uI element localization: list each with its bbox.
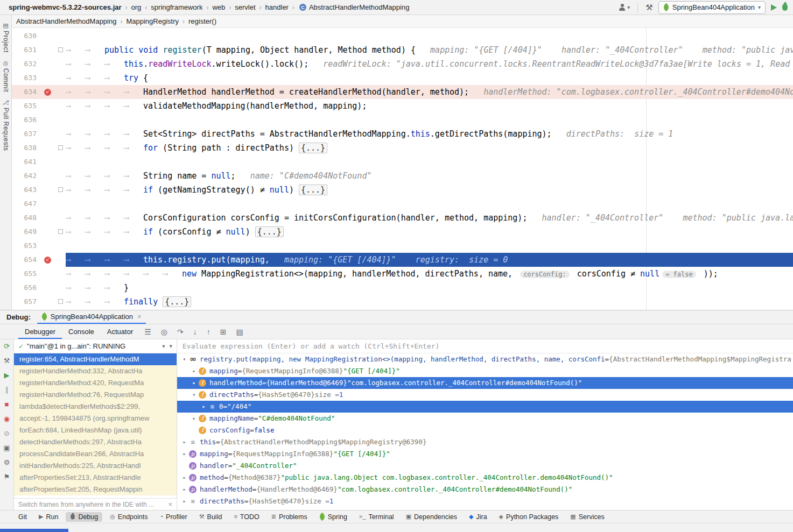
line-number[interactable]: 634 [14,85,37,99]
breadcrumb-item[interactable]: AbstractHandlerMethodMapping [16,17,116,25]
stop-button[interactable]: ■ [5,401,9,408]
stack-frame[interactable]: register:654, AbstractHandlerMethodM [14,353,177,365]
breadcrumb-item[interactable]: AbstractHandlerMethodMapping [309,3,409,11]
variable-row[interactable]: ▸fmapping = {RequestMappingInfo@6388} "{… [177,365,793,377]
code-text[interactable] [66,239,793,253]
code-text[interactable]: ⟶⟶⟶⟶if (corsConfig ≠ null) {...} [66,225,793,239]
line-number[interactable]: 654 [14,253,37,267]
rerun-button[interactable]: ⟳ [4,343,10,350]
toolwindow-button-jira[interactable]: ◆Jira [465,512,492,522]
line-number[interactable]: 636 [14,113,37,127]
pause-button[interactable]: ∥ [5,386,9,394]
code-text[interactable]: ⟶⟶⟶⟶⟶⟶new MappingRegistration<>(mapping,… [66,267,793,281]
variable-row[interactable]: ▸fmappingName = "C#demo404NotFound" [177,413,793,424]
code-text[interactable]: ⟶⟶⟶⟶this.registry.put(mapping, mapping: … [66,253,793,267]
breadcrumb-item[interactable]: org [131,3,142,11]
breakpoint-icon[interactable]: ✓ [44,257,51,264]
thread-selector[interactable]: ✓ "main"@1 in g...ain": RUNNING ▼ ▾ [14,339,177,353]
tab-debugger[interactable]: Debugger [18,324,62,339]
show-execution-point-icon[interactable]: ◎ [156,328,172,336]
stack-frame[interactable]: lambda$detectHandlerMethods$2:299, [14,401,177,413]
layout-settings-icon[interactable]: ☰ [139,328,156,336]
line-number[interactable]: 642 [14,169,37,183]
console-layout-icon[interactable]: ▤ [231,328,248,336]
code-text[interactable]: ⟶⟶⟶⟶String name = null; name: "C#demo404… [66,169,793,183]
tab-console[interactable]: Console [62,324,101,339]
line-number[interactable]: 631 [14,43,37,57]
toolwindow-button-dependencies[interactable]: ▣Dependencies [402,512,461,522]
variable-row[interactable]: ▸pmethod = {Method@6387} "public java.la… [177,472,793,484]
mute-breakpoints-button[interactable]: ⊘ [4,430,10,437]
toolwindow-button-terminal[interactable]: >_Terminal [355,512,398,522]
expand-icon[interactable]: ▸ [180,448,188,460]
code-text[interactable]: ⟶⟶⟶this.readWriteLock.writeLock().lock()… [66,57,793,71]
stack-frame[interactable]: afterPropertiesSet:205, RequestMappin [14,484,177,495]
code-text[interactable]: ⟶⟶⟶⟶HandlerMethod handlerMethod = create… [66,85,793,99]
fold-marker[interactable] [58,229,63,234]
build-project-button[interactable]: ⚒ [4,357,10,365]
expand-icon[interactable]: ▸ [180,495,188,507]
expand-icon[interactable]: ▸ [180,436,188,448]
breadcrumb-item[interactable]: spring-webmvc-5.3.22-sources.jar [9,3,122,11]
code-text[interactable]: ⟶⟶⟶} [66,281,793,295]
expand-icon[interactable]: ▾ [190,389,198,401]
close-icon[interactable]: × [137,313,142,321]
stack-frame[interactable]: afterPropertiesSet:213, AbstractHandle [14,472,177,484]
code-text[interactable]: ⟶⟶⟶finally {...} [66,295,793,309]
expand-icon[interactable]: ▾ [180,353,188,365]
line-number[interactable]: 653 [14,239,37,253]
debug-button[interactable] [782,4,788,11]
breadcrumb-item[interactable]: servlet [235,3,255,11]
code-text[interactable]: ⟶⟶public void register(T mapping, Object… [66,43,793,57]
resume-button[interactable]: ▶ [4,372,10,379]
sidebar-item-pull-requests[interactable]: ⎇Pull Requests [2,100,10,151]
tab-actuator[interactable]: Actuator [101,324,139,339]
variable-row[interactable]: fcorsConfig = false [177,424,793,436]
variable-row[interactable]: ▸≡directPaths = {HashSet@6470} size = 1 [177,495,793,507]
variable-row[interactable]: ▾ooregistry.put(mapping, new MappingRegi… [177,353,793,365]
toolwindow-button-profiler[interactable]: ◔Profiler [155,512,191,522]
filter-icon[interactable]: ▼ [162,344,166,349]
toolwindow-button-todo[interactable]: ≡TODO [229,512,263,522]
code-text[interactable]: ⟶⟶⟶try { [66,71,793,85]
expand-icon[interactable]: ▸ [180,484,188,495]
toolwindow-button-python-packages[interactable]: ◈Python Packages [495,512,563,522]
line-number[interactable]: 635 [14,99,37,113]
toolwindow-button-services[interactable]: ▦Services [566,512,608,522]
expand-icon[interactable]: ▸ [180,472,188,484]
stack-frame[interactable]: processCandidateBean:266, AbstractHa [14,448,177,460]
toolwindow-button-run[interactable]: ▶Run [34,512,62,522]
line-number[interactable]: 641 [14,155,37,169]
chevron-down-icon[interactable]: ▾ [169,343,172,350]
code-text[interactable] [66,197,793,211]
variable-row[interactable]: ▸fhandlerMethod = {HandlerMethod@6469} "… [177,377,793,389]
run-button[interactable] [771,4,777,11]
line-number[interactable]: 643 [14,183,37,197]
fold-marker[interactable] [58,145,63,150]
code-text[interactable] [66,29,793,43]
view-breakpoints-button[interactable]: ◉ [4,415,10,423]
variable-row[interactable]: ▸≡this = {AbstractHandlerMethodMapping$M… [177,436,793,448]
code-text[interactable]: ⟶⟶⟶⟶for (String path : directPaths) {...… [66,141,793,155]
stack-frame[interactable]: forEach:684, LinkedHashMap (java.util) [14,424,177,436]
stack-frame[interactable]: initHandlerMethods:225, AbstractHandl [14,460,177,472]
step-out-icon[interactable]: ↑ [202,328,215,336]
stack-frame[interactable]: registerHandlerMethod:420, RequestMa [14,377,177,389]
evaluate-expression-input[interactable]: Evaluate expression (Enter) or add a wat… [177,339,793,353]
run-config-selector[interactable]: SpringBean404Application ▾ [658,1,766,14]
toolwindow-button-problems[interactable]: ≣Problems [267,512,312,522]
step-over-icon[interactable]: ↷ [172,328,188,336]
code-text[interactable]: ⟶⟶⟶⟶CorsConfiguration corsConfig = initC… [66,211,793,225]
line-number[interactable]: 633 [14,71,37,85]
breadcrumb-item[interactable]: MappingRegistry [126,17,179,25]
line-number[interactable]: 649 [14,225,37,239]
sidebar-item-commit[interactable]: ◎Commit [2,60,10,92]
expand-icon[interactable]: ▸ [200,401,208,413]
code-text[interactable]: ⟶⟶⟶⟶validateMethodMapping(handlerMethod,… [66,99,793,113]
view-as-grid-icon[interactable]: ⊞ [215,328,231,336]
breadcrumb-item[interactable]: web [212,3,225,11]
line-number[interactable]: 638 [14,141,37,155]
step-into-icon[interactable]: ↓ [188,328,202,336]
line-number[interactable]: 648 [14,211,37,225]
toolwindow-button-endpoints[interactable]: ◎Endpoints [106,512,152,522]
